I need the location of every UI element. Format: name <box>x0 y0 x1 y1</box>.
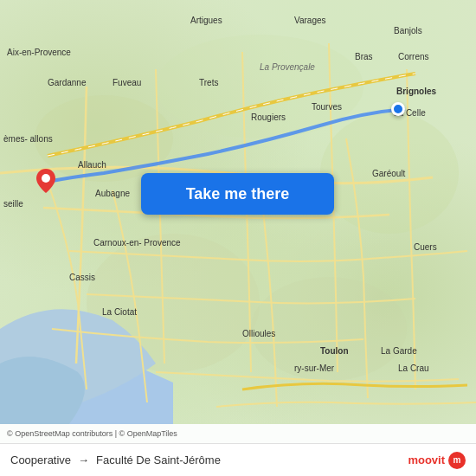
footer-from: Cooperative <box>10 453 71 466</box>
map-container: Artigues Varages Banjols Correns Aix-en-… <box>0 0 476 424</box>
attribution-bar: © OpenStreetMap contributors | © OpenMap… <box>0 424 476 443</box>
moovit-icon: m <box>448 452 466 469</box>
footer-arrow: → <box>78 453 89 466</box>
footer-bar: Cooperative → Faculté De Saint-Jérôme mo… <box>0 443 476 476</box>
moovit-logo: moovit m <box>408 452 466 469</box>
footer-to: Faculté De Saint-Jérôme <box>96 453 221 466</box>
svg-point-5 <box>42 174 50 183</box>
attribution-text: © OpenStreetMap contributors | © OpenMap… <box>7 429 177 438</box>
origin-pin <box>391 102 405 116</box>
moovit-text: moovit <box>408 453 445 466</box>
take-me-there-button[interactable]: Take me there <box>141 173 334 215</box>
destination-pin <box>36 169 55 193</box>
